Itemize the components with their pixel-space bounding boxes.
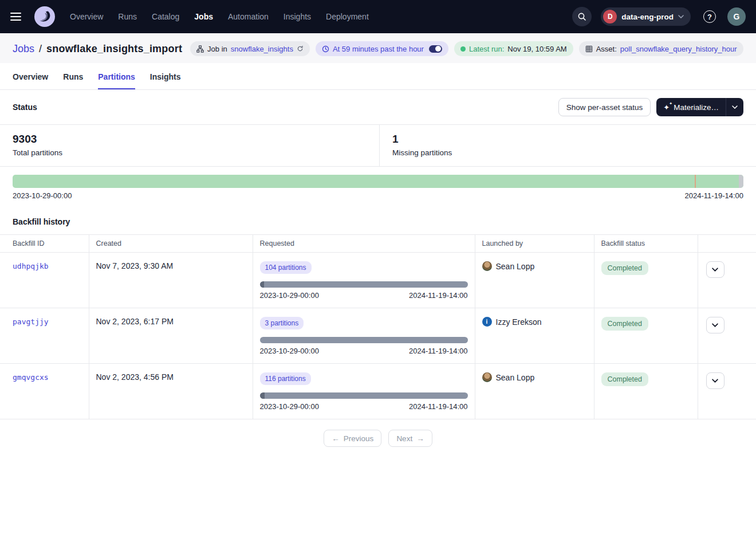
- previous-page-button[interactable]: ← Previous: [324, 430, 381, 447]
- tab-overview[interactable]: Overview: [13, 63, 48, 89]
- deployment-badge: D: [603, 10, 617, 23]
- dagster-logo-icon[interactable]: [34, 6, 55, 27]
- backfill-id-link[interactable]: udhpqjkb: [13, 262, 49, 270]
- show-per-asset-status-button[interactable]: Show per-asset status: [558, 98, 651, 116]
- partition-count-badge[interactable]: 116 partitions: [260, 372, 311, 385]
- table-row: gmqvgcxs Nov 2, 2023, 4:56 PM 116 partit…: [0, 364, 756, 419]
- job-tag-prefix: Job in: [207, 45, 227, 53]
- partition-count-badge[interactable]: 3 partitions: [260, 317, 304, 329]
- launched-by-cell: Sean Lopp: [482, 261, 587, 271]
- col-created: Created: [89, 235, 253, 253]
- col-launched-by: Launched by: [475, 235, 594, 253]
- backfill-id-link[interactable]: gmqvgcxs: [13, 373, 49, 382]
- asset-tag[interactable]: Asset: poll_snowflake_query_history_hour: [579, 41, 743, 56]
- partition-range-start: 2023-10-29-00:00: [13, 191, 72, 200]
- row-expand-button[interactable]: [706, 317, 724, 333]
- backfill-table: Backfill ID Created Requested Launched b…: [0, 234, 756, 419]
- chevron-down-icon: [732, 105, 738, 109]
- tab-runs[interactable]: Runs: [63, 63, 83, 89]
- nav-deployment[interactable]: Deployment: [326, 12, 369, 21]
- backfill-progress-bar: [260, 281, 468, 288]
- breadcrumb-row: Jobs / snowflake_insights_import Job in …: [0, 33, 756, 63]
- deployment-switcher[interactable]: D data-eng-prod: [601, 7, 691, 26]
- col-actions: [698, 235, 756, 253]
- arrow-left-icon: ←: [332, 434, 340, 443]
- arrow-right-icon: →: [416, 434, 424, 443]
- missing-partitions-label: Missing partitions: [392, 148, 452, 157]
- materialize-split-button: ✦✦ Materialize…: [656, 98, 743, 116]
- latest-run-prefix: Latest run:: [469, 45, 504, 53]
- launched-by-cell: Sean Lopp: [482, 372, 587, 382]
- missing-partition-segment: [739, 175, 743, 188]
- page-tabs: Overview Runs Partitions Insights: [0, 63, 756, 90]
- page-title: snowflake_insights_import: [46, 43, 182, 55]
- help-button[interactable]: ?: [700, 7, 719, 26]
- range-end: 2024-11-19-14:00: [409, 402, 467, 411]
- breadcrumb: Jobs / snowflake_insights_import: [13, 43, 182, 55]
- created-cell: Nov 2, 2023, 6:17 PM: [89, 308, 253, 364]
- nav-overview[interactable]: Overview: [70, 12, 103, 21]
- next-page-button[interactable]: Next →: [388, 430, 432, 447]
- created-cell: Nov 2, 2023, 4:56 PM: [89, 364, 253, 419]
- job-group-tag[interactable]: Job in snowflake_insights: [190, 41, 310, 56]
- search-button[interactable]: [572, 7, 592, 26]
- schedule-toggle[interactable]: [429, 45, 442, 53]
- schedule-label: At 59 minutes past the hour: [333, 45, 424, 53]
- nav-catalog[interactable]: Catalog: [152, 12, 179, 21]
- asset-link[interactable]: poll_snowflake_query_history_hour: [620, 45, 737, 53]
- breadcrumb-jobs-link[interactable]: Jobs: [13, 43, 34, 55]
- launched-by-name: Sean Lopp: [496, 262, 535, 271]
- backfill-progress-bar: [260, 392, 468, 399]
- row-expand-button[interactable]: [706, 261, 724, 278]
- status-badge: Completed: [601, 372, 648, 386]
- table-row: pavgtjjy Nov 2, 2023, 6:17 PM 3 partitio…: [0, 308, 756, 364]
- failed-partition-tick: [695, 175, 696, 188]
- col-backfill-id: Backfill ID: [0, 235, 89, 253]
- missing-partitions-stat: 1 Missing partitions: [380, 125, 464, 166]
- range-start: 2023-10-29-00:00: [260, 347, 319, 355]
- partition-count-badge[interactable]: 104 partitions: [260, 261, 312, 274]
- launched-by-name: Sean Lopp: [496, 373, 535, 382]
- row-expand-button[interactable]: [706, 372, 724, 389]
- nav-runs[interactable]: Runs: [118, 12, 137, 21]
- job-group-link[interactable]: snowflake_insights: [231, 45, 293, 53]
- launched-by-cell: i Izzy Erekson: [482, 317, 587, 327]
- tab-insights[interactable]: Insights: [150, 63, 181, 89]
- nav-automation[interactable]: Automation: [228, 12, 269, 21]
- status-heading: Status: [13, 103, 37, 112]
- hamburger-menu-icon[interactable]: [10, 9, 25, 24]
- user-avatar[interactable]: G: [727, 7, 746, 26]
- status-badge: Completed: [601, 317, 648, 331]
- schedule-tag[interactable]: At 59 minutes past the hour: [316, 41, 448, 56]
- pagination: ← Previous Next →: [0, 419, 756, 470]
- col-requested: Requested: [253, 235, 475, 253]
- tab-partitions[interactable]: Partitions: [98, 63, 135, 89]
- table-row: udhpqjkb Nov 7, 2023, 9:30 AM 104 partit…: [0, 253, 756, 308]
- breadcrumb-separator: /: [39, 43, 42, 55]
- partition-range-end: 2024-11-19-14:00: [685, 191, 743, 200]
- materialize-options-button[interactable]: [726, 98, 743, 116]
- total-partitions-stat: 9303 Total partitions: [0, 125, 380, 166]
- backfill-history-section: Backfill history Backfill ID Created Req…: [0, 205, 756, 470]
- chevron-down-icon: [712, 268, 718, 272]
- total-partitions-label: Total partitions: [13, 148, 367, 157]
- latest-run-tag[interactable]: Latest run: Nov 19, 10:59 AM: [454, 41, 573, 56]
- clock-icon: [322, 45, 329, 53]
- materialize-button[interactable]: ✦✦ Materialize…: [656, 98, 726, 116]
- asset-grid-icon: [585, 45, 593, 53]
- backfill-history-heading: Backfill history: [0, 205, 756, 234]
- table-header-row: Backfill ID Created Requested Launched b…: [0, 235, 756, 253]
- requested-cell: 116 partitions 2023-10-29-00:00 2024-11-…: [253, 364, 475, 419]
- primary-nav: Overview Runs Catalog Jobs Automation In…: [70, 12, 369, 21]
- missing-partitions-value: 1: [392, 133, 452, 146]
- partition-health-bar-wrap: 2023-10-29-00:00 2024-11-19-14:00: [0, 167, 756, 205]
- range-end: 2024-11-19-14:00: [409, 291, 467, 300]
- nav-insights[interactable]: Insights: [284, 12, 311, 21]
- status-badge: Completed: [601, 261, 648, 275]
- total-partitions-value: 9303: [13, 133, 367, 146]
- search-icon: [577, 12, 586, 21]
- nav-jobs[interactable]: Jobs: [194, 12, 213, 21]
- partition-health-bar[interactable]: [13, 175, 743, 188]
- backfill-id-link[interactable]: pavgtjjy: [13, 317, 49, 326]
- backfill-progress-bar: [260, 337, 468, 343]
